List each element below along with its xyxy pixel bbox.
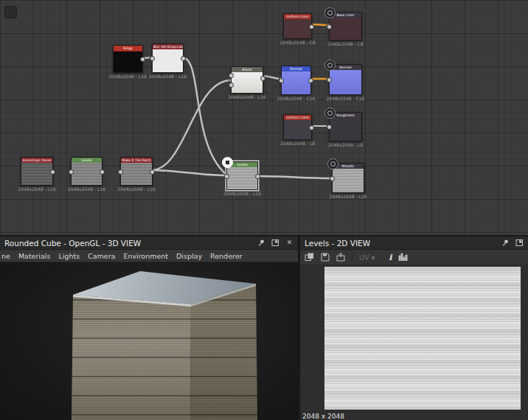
- node-thumbnail: [330, 18, 361, 40]
- wire-levels2-to-metallic[interactable]: [257, 176, 332, 178]
- node-resolution-label: 2048x2048 - C8: [279, 40, 315, 45]
- node-connector-pin[interactable]: [308, 78, 313, 83]
- node-resolution-label: 2048x2048 - L16: [68, 186, 105, 192]
- node-title: Make It Tile Patch: [121, 158, 152, 163]
- node-connector-pin[interactable]: [260, 76, 265, 81]
- node-resolution-label: 2048x2048 - L8: [328, 142, 363, 147]
- close-icon[interactable]: ✕: [285, 239, 293, 247]
- graph-node-rings[interactable]: Rings2048x2048 - L16: [113, 45, 143, 73]
- node-connector-pin[interactable]: [279, 78, 284, 83]
- node-resolution-label: 2048x2048 - C16: [327, 96, 365, 101]
- menu-item-lights[interactable]: Lights: [58, 252, 80, 260]
- node-graph-panel[interactable]: Uniform Color2048x2048 - C8Base Color204…: [0, 0, 528, 235]
- node-resolution-label: 2048x2048 - L16: [329, 194, 367, 199]
- node-title: Blend: [232, 67, 263, 72]
- node-resolution-label: 2048x2048 - L16: [223, 191, 261, 196]
- node-connector-pin[interactable]: [327, 125, 332, 130]
- graph-node-blur-hq-grayscale[interactable]: Blur HQ Grayscale2048x2048 - L16: [152, 43, 184, 73]
- node-thumbnail: [333, 169, 364, 192]
- wire-tile-to-blend[interactable]: [151, 80, 231, 170]
- node-connector-pin[interactable]: [118, 169, 123, 175]
- node-connector-pin[interactable]: [140, 57, 145, 62]
- output-badge-icon[interactable]: [324, 60, 336, 71]
- graph-node-output-normal[interactable]: Normal2048x2048 - C16: [329, 64, 362, 95]
- texture-preview[interactable]: [324, 267, 521, 410]
- 3d-viewport[interactable]: [0, 262, 298, 420]
- node-connector-pin[interactable]: [150, 169, 155, 175]
- node-title: Uniform Color: [284, 14, 311, 19]
- wire-blur-to-levels2[interactable]: [182, 57, 226, 175]
- graph-node-output-metallic[interactable]: Metallic2048x2048 - L16: [332, 163, 364, 193]
- node-connector-pin[interactable]: [309, 24, 314, 29]
- 2d-viewport[interactable]: 2048 x 2048: [300, 265, 528, 420]
- view-badge-icon[interactable]: [222, 157, 233, 168]
- node-connector-pin[interactable]: [69, 169, 74, 175]
- toolbar-separator: [381, 253, 382, 262]
- 3d-view-panel: Rounded Cube - OpenGL - 3D VIEW ✕ neMate…: [0, 237, 298, 420]
- node-resolution-label: 2048x2048 - L16: [18, 186, 55, 192]
- node-connector-pin[interactable]: [327, 77, 332, 83]
- menu-item-environment[interactable]: Environment: [123, 252, 168, 260]
- info-icon[interactable]: i: [389, 253, 392, 262]
- texture-resolution-label: 2048 x 2048: [302, 413, 344, 420]
- substance-designer-window: Uniform Color2048x2048 - C8Base Color204…: [0, 0, 528, 420]
- node-connector-pin[interactable]: [309, 125, 314, 130]
- node-connector-pin[interactable]: [229, 83, 234, 88]
- graph-node-output-basecolor[interactable]: Base Color2048x2048 - C8: [329, 12, 362, 41]
- graph-node-levels-2[interactable]: Levels2048x2048 - L16: [226, 161, 258, 190]
- menu-item-display[interactable]: Display: [176, 252, 202, 260]
- node-connector-pin[interactable]: [330, 176, 335, 181]
- node-connector-pin[interactable]: [255, 174, 260, 179]
- graph-overlay-button[interactable]: [4, 6, 17, 18]
- node-thumbnail: [121, 163, 152, 185]
- 2d-view-title: Levels - 2D VIEW: [305, 239, 370, 248]
- node-connector-pin[interactable]: [181, 56, 186, 61]
- node-connector-pin[interactable]: [50, 169, 55, 175]
- menu-item-materials[interactable]: Materials: [18, 252, 51, 260]
- wire-tile-to-levels2[interactable]: [151, 170, 226, 175]
- graph-node-output-roughness[interactable]: Roughness2048x2048 - L8: [329, 112, 362, 141]
- graph-node-blend[interactable]: Blend2048x2048 - L16: [231, 66, 263, 94]
- 3d-view-header[interactable]: Rounded Cube - OpenGL - 3D VIEW ✕: [0, 237, 298, 250]
- node-connector-pin[interactable]: [327, 24, 332, 29]
- pin-icon[interactable]: [257, 239, 265, 247]
- node-thumbnail: [232, 72, 263, 93]
- menu-item-camera[interactable]: Camera: [88, 252, 115, 260]
- node-resolution-label: 2048x2048 - L16: [117, 186, 155, 192]
- output-badge-icon[interactable]: [324, 7, 336, 18]
- histogram-icon[interactable]: [398, 253, 409, 262]
- pin-icon[interactable]: [501, 239, 510, 247]
- chevron-down-icon: ▾: [371, 253, 375, 262]
- node-connector-pin[interactable]: [224, 174, 229, 179]
- dock-icon[interactable]: [515, 239, 524, 247]
- dock-icon[interactable]: [271, 239, 279, 247]
- 3d-view-title: Rounded Cube - OpenGL - 3D VIEW: [4, 239, 141, 248]
- node-connector-pin[interactable]: [150, 56, 155, 61]
- graph-node-make-it-tile-patch[interactable]: Make It Tile Patch2048x2048 - L16: [120, 157, 153, 186]
- node-resolution-label: 2048x2048 - C8: [327, 41, 363, 46]
- graph-node-normal[interactable]: Normal2048x2048 - C16: [281, 66, 311, 95]
- node-resolution-label: 2048x2048 - L8: [280, 141, 315, 146]
- node-resolution-label: 2048x2048 - C16: [277, 96, 316, 101]
- node-title: Normal: [282, 66, 310, 71]
- graph-node-uniform-color-roughness[interactable]: Uniform Color2048x2048 - L8: [283, 114, 312, 140]
- node-thumbnail: [72, 163, 102, 185]
- graph-node-uniform-color-basecolor[interactable]: Uniform Color2048x2048 - C8: [283, 13, 312, 39]
- node-thumbnail: [330, 70, 361, 94]
- display-mode-icon[interactable]: [305, 253, 314, 262]
- output-badge-icon[interactable]: [324, 108, 336, 119]
- menu-item-ne[interactable]: ne: [1, 252, 10, 260]
- node-thumbnail: [282, 71, 310, 94]
- node-connector-pin[interactable]: [229, 73, 234, 78]
- output-badge-icon[interactable]: [327, 158, 338, 169]
- save-image-icon[interactable]: [321, 253, 330, 262]
- node-thumbnail: [227, 167, 257, 189]
- menu-item-renderer[interactable]: Renderer: [210, 252, 242, 260]
- export-icon[interactable]: [336, 253, 345, 262]
- uv-mode-dropdown[interactable]: UV ▾: [359, 253, 375, 262]
- node-connector-pin[interactable]: [100, 169, 105, 175]
- node-title: Uniform Color: [284, 115, 311, 120]
- graph-node-anisotropic-noise[interactable]: Anisotropic Noise2048x2048 - L16: [21, 157, 53, 186]
- 2d-view-header[interactable]: Levels - 2D VIEW: [300, 237, 528, 250]
- graph-node-levels-1[interactable]: Levels2048x2048 - L16: [71, 157, 103, 186]
